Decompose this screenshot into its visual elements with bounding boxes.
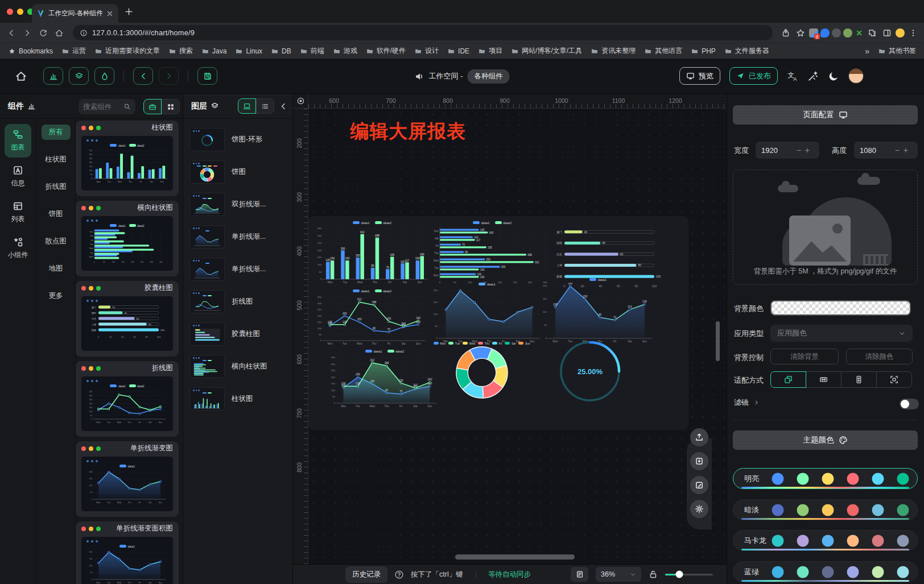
editor-canvas[interactable]: 6007008009001000110012001300 20030040050… (293, 94, 727, 584)
eye-icon[interactable] (296, 97, 305, 105)
page-config-header[interactable]: 页面配置 (733, 105, 918, 125)
fit-scale-button[interactable] (770, 371, 806, 388)
collapse-panel-icon[interactable] (279, 102, 288, 111)
clear-background-button[interactable]: 清除背景 (770, 349, 839, 365)
layer-item[interactable]: 折线图 (183, 285, 292, 318)
layer-item[interactable]: 横向柱状图 (183, 350, 292, 383)
component-card[interactable]: 横向柱状图data1data2050100150200250300350MonT… (76, 201, 179, 276)
category-item-散点图[interactable]: 散点图 (36, 234, 75, 249)
category-item-柱状图[interactable]: 柱状图 (36, 152, 75, 167)
preview-button[interactable]: 预览 (679, 67, 720, 85)
history-button[interactable]: 历史记录 (345, 566, 387, 583)
side-panel-icon[interactable] (881, 27, 893, 39)
extension-icon-2[interactable] (820, 28, 830, 38)
horizontal-bar-chart[interactable]: data1data2050100150200250300350120200150… (431, 219, 553, 284)
bookmark-item[interactable]: IDE (447, 47, 469, 55)
bookmark-item[interactable]: 设计 (414, 46, 439, 56)
component-card[interactable]: 单折线渐变图data1050100150200MonTueWedThuFriSa… (76, 441, 179, 517)
save-button[interactable] (197, 67, 217, 85)
bookmark-item[interactable]: 资讯未整理 (591, 46, 636, 56)
other-bookmarks[interactable]: 其他书签 (878, 46, 916, 56)
extension-icon-5[interactable]: ✕ (855, 28, 864, 38)
chart-panel-toggle-button[interactable] (43, 67, 63, 85)
minimize-window-button[interactable] (17, 9, 23, 15)
bookmark-item[interactable]: Java (201, 47, 226, 55)
layer-item[interactable]: 胶囊柱图 (183, 318, 292, 350)
layer-thumbnail-view-button[interactable] (238, 98, 256, 114)
filter-section[interactable]: 滤镜 (734, 397, 760, 408)
export-button[interactable] (690, 428, 708, 446)
component-search[interactable] (79, 99, 135, 114)
bookmarks-overflow-chevron[interactable]: » (865, 47, 869, 56)
height-input[interactable]: 1080−+ (854, 142, 918, 159)
browser-menu-icon[interactable] (907, 27, 919, 39)
magic-wand-icon[interactable] (807, 71, 819, 82)
bookmark-item[interactable]: 搜索 (168, 46, 193, 56)
fit-width-button[interactable] (806, 371, 842, 388)
theme-row-暗淡[interactable]: 暗淡 (733, 499, 918, 520)
bookmark-item[interactable]: 游戏 (333, 46, 357, 56)
bookmark-item[interactable]: 软件/硬件 (366, 46, 406, 56)
settings-button[interactable] (690, 500, 708, 518)
fit-full-button[interactable] (876, 371, 912, 388)
dark-mode-moon-icon[interactable] (828, 71, 839, 82)
layer-item[interactable]: 双折线渐... (183, 188, 292, 221)
user-avatar[interactable] (848, 68, 864, 84)
close-window-button[interactable] (7, 9, 13, 15)
sidebar-item-列表[interactable]: 列表 (5, 196, 31, 229)
bookmark-item[interactable]: 前端 (300, 46, 324, 56)
category-item-所有[interactable]: 所有 (36, 125, 75, 140)
fit-height-button[interactable] (841, 371, 877, 388)
background-upload-dropzone[interactable]: 背景图需小于 5M ，格式为 png/jpg/gif 的文件 (733, 169, 918, 285)
bookmark-item[interactable]: 项目 (478, 46, 502, 56)
profile-avatar[interactable] (896, 28, 905, 38)
extensions-puzzle-icon[interactable] (866, 27, 878, 39)
layer-item[interactable]: 柱状图 (183, 383, 292, 415)
new-tab-button[interactable] (124, 7, 134, 16)
vertical-scrollbar[interactable] (716, 321, 720, 361)
bookmark-item[interactable]: 文件服务器 (724, 46, 769, 56)
details-panel-toggle-button[interactable] (94, 67, 114, 85)
height-steppers[interactable]: −+ (895, 146, 912, 155)
bookmark-item[interactable]: 运营 (61, 46, 86, 56)
dashboard-board[interactable]: data1data2050100150200250300350120200150… (308, 216, 688, 430)
component-card[interactable]: 单折线渐变面积图data1050100150200MonTueWedThuFri… (76, 521, 179, 584)
bg-color-swatch[interactable] (770, 300, 911, 316)
horizontal-scrollbar[interactable] (455, 554, 575, 560)
share-icon[interactable] (779, 27, 792, 39)
width-steppers[interactable]: −+ (797, 146, 814, 155)
zoom-select[interactable]: 36% (596, 567, 641, 582)
theme-row-马卡龙[interactable]: 马卡龙 (733, 530, 918, 551)
category-item-更多[interactable]: 更多 (36, 288, 75, 304)
bookmark-item[interactable]: PHP (691, 47, 716, 55)
extension-icon-3[interactable] (832, 28, 841, 38)
undo-button[interactable] (133, 67, 153, 85)
ruler-corner[interactable] (293, 94, 308, 109)
clear-color-button[interactable]: 清除颜色 (846, 349, 913, 365)
forward-icon[interactable] (20, 26, 34, 40)
dual-line-chart[interactable]: data1data2050100150200250300350120200150… (315, 288, 429, 345)
bookmarks-home[interactable]: Bookmarks (8, 47, 53, 55)
back-icon[interactable] (5, 26, 18, 40)
single-line-chart[interactable]: data1050100150200MonTueWedThuFriSatSun (431, 281, 543, 343)
layers-panel-toggle-button[interactable] (69, 67, 89, 85)
app-home-icon[interactable] (15, 70, 27, 82)
theme-row-蓝绿[interactable]: 蓝绿 (733, 561, 918, 582)
browser-home-icon[interactable] (52, 26, 66, 40)
bar-chart[interactable]: data1data2050100150200250300350120200150… (315, 219, 429, 284)
search-input[interactable] (83, 103, 123, 111)
component-card[interactable]: 胶囊柱图厦门20南阳40北京60上海80新疆100020406080100 (76, 281, 179, 357)
reload-icon[interactable] (36, 26, 50, 40)
bookmark-item[interactable]: 其他语言 (644, 46, 682, 56)
sidebar-item-信息[interactable]: 信息 (5, 160, 31, 193)
filter-toggle[interactable] (900, 399, 919, 409)
bookmark-item[interactable]: Linux (235, 47, 262, 55)
project-name-badge[interactable]: 各种组件 (467, 69, 509, 84)
import-button[interactable] (690, 452, 708, 470)
browser-tab[interactable]: 工作空间-各种组件 (32, 4, 118, 23)
layer-list-view-button[interactable] (256, 98, 274, 114)
zoom-slider[interactable] (665, 574, 713, 575)
edit-button[interactable] (690, 476, 708, 494)
grid-view-button[interactable] (162, 99, 180, 114)
dashboard-title-text[interactable]: 编辑大屏报表 (350, 119, 466, 144)
